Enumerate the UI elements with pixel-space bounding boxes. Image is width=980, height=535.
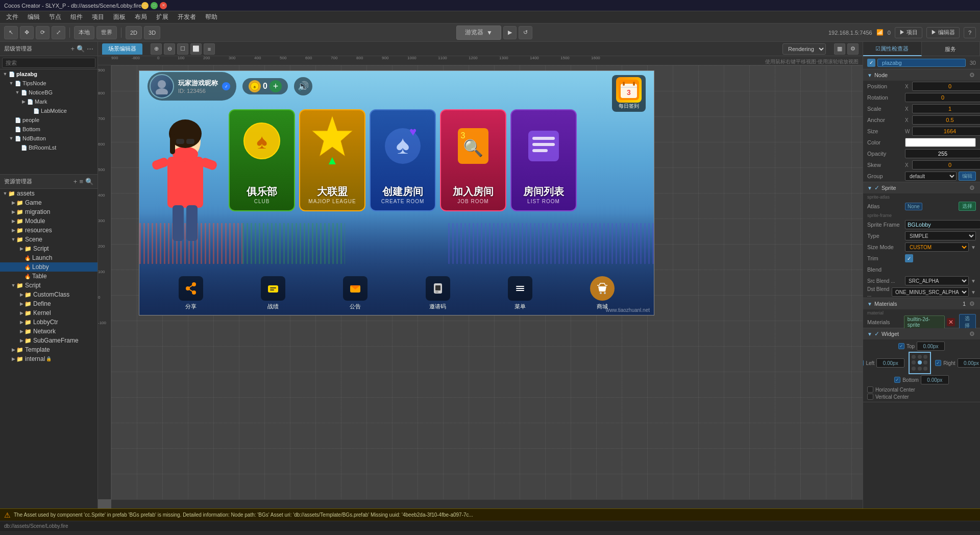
nav-item-shop[interactable]: 商城 — [590, 276, 615, 310]
tree-node-noticebg[interactable]: ▼ 📄 NoticeBG — [0, 88, 97, 97]
asset-item-template[interactable]: ▶ 📁 Template — [0, 345, 97, 354]
left-value-input[interactable] — [876, 358, 904, 368]
anchor-dot-tl[interactable] — [912, 355, 916, 359]
asset-item-scene[interactable]: ▼ 📁 Scene — [0, 235, 97, 244]
tree-node-ndbutton[interactable]: ▼ 📄 NdButton — [0, 134, 97, 143]
menu-item-file[interactable]: 文件 — [2, 12, 22, 22]
node-checkbox[interactable]: ✓ — [867, 59, 875, 67]
frame-btn[interactable]: ⬜ — [190, 43, 202, 55]
asset-item-module[interactable]: ▶ 📁 Module — [0, 216, 97, 226]
nav-item-notice[interactable]: 公告 — [343, 276, 368, 310]
scale-x-input[interactable] — [912, 104, 980, 113]
card-club[interactable]: ♠ 俱乐部 CLUB — [229, 109, 295, 211]
toolbar-3d[interactable]: 3D — [144, 26, 160, 39]
menu-item-extend[interactable]: 扩展 — [152, 12, 173, 22]
toolbar-transform-scale[interactable]: ⤢ — [52, 26, 65, 39]
minimize-button[interactable]: ─ — [141, 2, 149, 9]
size-mode-select[interactable]: CUSTOM — [905, 242, 969, 252]
maximize-button[interactable]: □ — [151, 2, 158, 9]
fit-btn[interactable]: ☐ — [177, 43, 188, 55]
asset-item-subgameframe[interactable]: ▶ 📁 SubGameFrame — [0, 336, 97, 345]
skew-x-input[interactable] — [912, 160, 980, 169]
right-value-input[interactable] — [958, 358, 980, 368]
asset-item-migration[interactable]: ▶ 📁 migration — [0, 207, 97, 216]
asset-item-script-scene[interactable]: ▶ 📁 Script — [0, 244, 97, 253]
dst-blend-select[interactable]: ONE_MINUS_SRC_ALPHA — [892, 287, 969, 297]
daily-signin-btn[interactable]: 3 每日签到 — [612, 75, 646, 112]
asset-item-launch[interactable]: 🔥 Launch — [0, 253, 97, 262]
widget-bottom-checkbox[interactable]: ✓ — [894, 377, 900, 383]
rendering-select[interactable]: Rendering — [782, 43, 826, 55]
size-w-input[interactable] — [912, 127, 980, 136]
group-select[interactable]: default — [905, 172, 957, 181]
tree-node-bottom[interactable]: 📄 Bottom — [0, 125, 97, 134]
trim-checkbox[interactable]: ✓ — [905, 254, 913, 262]
node-name-input[interactable] — [877, 59, 966, 67]
toolbar-transform-move[interactable]: ↖ — [4, 26, 18, 39]
play-button[interactable]: ▶ — [503, 26, 517, 39]
nav-item-record[interactable]: 战绩 — [261, 276, 285, 310]
menu-item-developer[interactable]: 开发者 — [174, 12, 200, 22]
rotation-input[interactable] — [905, 93, 980, 102]
menu-item-edit[interactable]: 编辑 — [23, 12, 44, 22]
toolbar-transform-rotate[interactable]: ⟳ — [36, 26, 50, 39]
widget-gear-icon[interactable]: ⚙ — [968, 330, 976, 338]
refresh-button[interactable]: ↺ — [519, 26, 532, 39]
asset-item-game[interactable]: ▶ 📁 Game — [0, 198, 97, 207]
add-coin-btn[interactable]: + — [270, 80, 282, 92]
widget-section-header[interactable]: ▼ ✓ Widget ⚙ — [863, 328, 980, 339]
hierarchy-search-icon[interactable]: 🔍 — [77, 45, 85, 53]
anchor-dot-mc[interactable] — [918, 360, 922, 364]
asset-item-lobby[interactable]: 🔥 Lobby — [0, 262, 97, 272]
settings-btn[interactable]: ⚙ — [847, 43, 859, 55]
group-edit-btn[interactable]: 编辑 — [959, 172, 976, 181]
asset-item-resources[interactable]: ▶ 📁 resources — [0, 226, 97, 235]
card-create[interactable]: ♠♥ 创建房间 CREATE ROOM — [370, 109, 436, 211]
toolbar-world[interactable]: 世界 — [96, 26, 117, 39]
close-button[interactable]: ✕ — [160, 2, 167, 9]
anchor-x-input[interactable] — [912, 115, 980, 125]
nav-item-menu[interactable]: 菜单 — [508, 276, 532, 310]
project-btn[interactable]: ▶ 项目 — [895, 27, 922, 38]
zoom-in-btn[interactable]: ⊕ — [151, 43, 162, 55]
asset-item-kernel[interactable]: ▶ 📁 Kernel — [0, 308, 97, 318]
toolbar-2d[interactable]: 2D — [126, 26, 142, 39]
toolbar-transform-pan[interactable]: ✥ — [20, 26, 34, 39]
materials-section-header[interactable]: ▼ Materials 1 ⚙ — [863, 298, 980, 309]
color-picker[interactable] — [905, 138, 976, 147]
anchor-dot-bc[interactable] — [918, 367, 922, 371]
tree-node-labmotice[interactable]: 📄 LabMotice — [0, 106, 97, 115]
bottom-value-input[interactable] — [921, 375, 949, 384]
node-section-header[interactable]: ▼ Node ⚙ — [863, 69, 980, 81]
vertical-center-checkbox[interactable] — [867, 394, 873, 400]
properties-tab[interactable]: ☑ 属性检查器 — [863, 42, 922, 56]
sprite-frame-input[interactable] — [905, 220, 980, 229]
menu-item-layout[interactable]: 布局 — [131, 12, 151, 22]
menu-item-help[interactable]: 帮助 — [201, 12, 222, 22]
hierarchy-more-icon[interactable]: ⋯ — [87, 45, 93, 53]
asset-item-internal[interactable]: ▶ 📁 internal 🔒 — [0, 354, 97, 363]
asset-item-assets[interactable]: ▼ 📁 assets — [0, 189, 97, 198]
node-gear-icon[interactable]: ⚙ — [968, 71, 976, 79]
anchor-dot-tc[interactable] — [918, 355, 922, 359]
service-tab[interactable]: 服务 — [922, 42, 981, 56]
help-btn[interactable]: ? — [964, 27, 976, 38]
sprite-section-header[interactable]: ▼ ✓ Sprite ⚙ — [863, 182, 980, 193]
menu-item-node[interactable]: 节点 — [45, 12, 65, 22]
opacity-input[interactable] — [905, 149, 980, 158]
anchor-dot-br[interactable] — [923, 367, 927, 371]
src-blend-select[interactable]: SRC_ALPHA — [905, 276, 969, 285]
asset-item-script-root[interactable]: ▼ 📁 Script — [0, 281, 97, 290]
anchor-dot-mr[interactable] — [923, 360, 927, 364]
grid-btn[interactable]: ≡ — [204, 43, 215, 55]
resource-add-icon[interactable]: + — [74, 178, 78, 185]
nav-item-share[interactable]: 分享 — [179, 276, 203, 310]
asset-item-customclass[interactable]: ▶ 📁 CustomClass — [0, 290, 97, 299]
scene-editor-tab[interactable]: 场景编辑器 — [102, 43, 142, 55]
sprite-gear-icon[interactable]: ⚙ — [968, 184, 976, 192]
asset-item-define[interactable]: ▶ 📁 Define — [0, 299, 97, 308]
position-x-input[interactable] — [912, 82, 980, 91]
toolbar-local[interactable]: 本地 — [74, 26, 94, 39]
editor-btn[interactable]: ▶ 编辑器 — [926, 27, 960, 38]
menu-item-project[interactable]: 项目 — [88, 12, 108, 22]
